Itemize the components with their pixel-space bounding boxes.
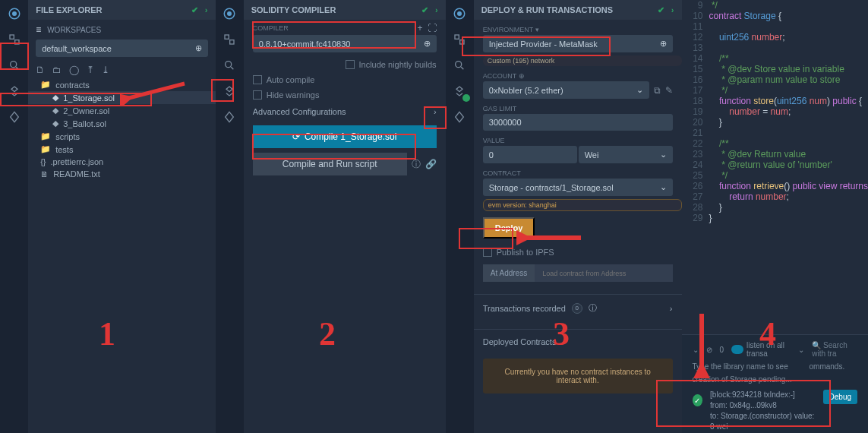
hamburger-icon[interactable]: ≡ <box>36 24 41 35</box>
code-editor-panel: 9101112131415161718192021222324252627282… <box>682 0 868 433</box>
hidewarnings-checkbox[interactable] <box>253 90 262 100</box>
github-icon[interactable]: ◯ <box>69 65 79 75</box>
search-icon[interactable]: 🔍 <box>812 341 821 349</box>
svg-point-16 <box>456 62 462 68</box>
advanced-config-row[interactable]: Advanced Configurations› <box>244 103 446 121</box>
file-tree: 📁contracts ◆1_Storage.sol ◆2_Owner.sol ◆… <box>28 78 215 180</box>
workspace-select[interactable]: default_workspace⊕ <box>36 40 207 57</box>
download-icon[interactable]: ⤓ <box>102 65 109 75</box>
remix-logo-icon[interactable] <box>222 6 237 21</box>
info-icon[interactable]: ⓘ <box>412 158 421 171</box>
compiler-icon[interactable] <box>7 84 22 99</box>
evm-badge: evm version: shanghai <box>483 199 682 211</box>
nightly-checkbox[interactable] <box>346 60 355 69</box>
compile-button[interactable]: ⟳Compile 1_Storage.sol <box>253 125 437 148</box>
tree-item[interactable]: 📁tests <box>28 143 215 156</box>
expand-icon[interactable]: ⛶ <box>428 23 437 33</box>
code-area[interactable]: 9101112131415161718192021222324252627282… <box>682 0 868 334</box>
account-select[interactable]: 0xNobler (5.2 ether)⌄ <box>483 81 649 99</box>
tree-item[interactable]: 📁contracts <box>28 78 215 91</box>
file-toolbar: 🗋 🗀 ◯ ⤒ ⤓ <box>28 62 215 78</box>
svg-rect-8 <box>225 35 229 39</box>
new-file-icon[interactable]: 🗋 <box>36 65 45 75</box>
chevron-icon[interactable]: ⌄ <box>693 346 699 354</box>
tree-item[interactable]: {}.prettierrc.json <box>28 156 215 168</box>
remix-logo-icon[interactable] <box>452 6 467 21</box>
upload-icon[interactable]: ⤒ <box>87 65 94 75</box>
tree-item[interactable]: 🗎README.txt <box>28 168 215 180</box>
svg-point-10 <box>226 62 232 68</box>
compiler-icon[interactable] <box>222 84 237 99</box>
transaction-log[interactable]: [block:9234218 txIndex:-] from: 0x84g...… <box>710 390 815 433</box>
icon-sidebar-1 <box>0 0 28 433</box>
code-content[interactable]: */ contract Storage { uint256 number; /*… <box>709 0 868 334</box>
remix-logo-icon[interactable] <box>7 6 22 21</box>
autocompile-checkbox[interactable] <box>253 75 262 84</box>
at-address-button[interactable]: At Address <box>483 264 535 282</box>
terminal-panel: ⌄ ⊘ 0 listen on all transa ⌄ 🔍 Search wi… <box>682 334 868 433</box>
deploy-icon[interactable] <box>452 109 467 125</box>
panel-title: DEPLOY & RUN TRANSACTIONS <box>481 5 613 14</box>
line-gutter: 9101112131415161718192021222324252627282… <box>682 0 709 334</box>
tree-item[interactable]: ◆2_Owner.sol <box>28 104 215 117</box>
svg-rect-15 <box>460 40 464 44</box>
value-unit-select[interactable]: Wei⌄ <box>579 146 673 163</box>
search-icon[interactable] <box>452 58 467 73</box>
svg-line-17 <box>461 67 463 69</box>
environment-select[interactable]: Injected Provider - MetaMask⊕ <box>483 35 673 52</box>
folder-icon: 📁 <box>40 80 51 90</box>
new-folder-icon[interactable]: 🗀 <box>52 65 62 75</box>
compile-run-button[interactable]: Compile and Run script <box>253 153 407 175</box>
tree-item[interactable]: ◆3_Ballot.sol <box>28 117 215 130</box>
svg-line-11 <box>231 67 233 69</box>
file-explorer-icon[interactable] <box>452 32 467 47</box>
compiler-icon[interactable] <box>452 84 467 99</box>
file-explorer-icon[interactable] <box>7 32 22 47</box>
deploy-icon[interactable] <box>7 109 22 125</box>
deploy-button[interactable]: Deploy <box>483 217 535 239</box>
at-address-input[interactable] <box>535 264 672 282</box>
filter-icon[interactable]: ⌄ <box>798 346 804 354</box>
deploy-icon[interactable] <box>222 109 237 125</box>
gas-limit-input[interactable]: 3000000 <box>483 114 673 131</box>
svg-point-13 <box>457 11 462 16</box>
compiler-version-select[interactable]: 0.8.10+commit.fc410830⊕ <box>253 35 437 52</box>
listen-toggle[interactable] <box>731 345 743 354</box>
panel-status-icons: ✔ › <box>658 5 674 15</box>
folder-icon: 📁 <box>40 144 51 154</box>
edit-icon[interactable]: ✎ <box>665 85 673 96</box>
icon-sidebar-3 <box>446 0 474 433</box>
svg-line-5 <box>16 67 18 69</box>
copy-icon[interactable]: ⧉ <box>654 85 661 96</box>
panel-status-icons: ✔ › <box>421 5 438 15</box>
link-icon[interactable]: 🔗 <box>425 159 437 169</box>
compiler-label: COMPILER <box>253 24 289 32</box>
svg-rect-3 <box>14 40 18 44</box>
contract-select[interactable]: Storage - contracts/1_Storage.sol⌄ <box>483 179 673 196</box>
clear-icon[interactable]: ⊘ <box>706 346 712 354</box>
panel-title: SOLIDITY COMPILER <box>251 5 336 14</box>
panel-status-icons: ✔ › <box>191 5 208 15</box>
deployed-contracts: Deployed Contracts <box>474 330 682 354</box>
search-icon[interactable] <box>7 58 22 73</box>
value-input[interactable]: 0 <box>483 146 577 163</box>
tree-item[interactable]: 📁scripts <box>28 130 215 143</box>
file-explorer-icon[interactable] <box>222 32 237 47</box>
deploy-panel: DEPLOY & RUN TRANSACTIONS✔ › ENVIRONMENT… <box>474 0 682 433</box>
workspaces-label: WORKSPACES <box>47 26 101 34</box>
publish-ipfs-checkbox[interactable] <box>483 248 492 257</box>
success-icon: ✓ <box>693 394 703 406</box>
tree-item[interactable]: ◆1_Storage.sol <box>28 91 215 104</box>
compiler-panel: SOLIDITY COMPILER✔ › COMPILER+⛶ 0.8.10+c… <box>244 0 446 433</box>
dropdown-icon[interactable]: ▾ <box>535 26 539 33</box>
sol-icon: ◆ <box>52 93 58 103</box>
refresh-icon: ⟳ <box>292 131 300 142</box>
search-icon[interactable] <box>222 58 237 73</box>
file-explorer-panel: FILE EXPLORER✔ › ≡WORKSPACES default_wor… <box>28 0 215 433</box>
json-icon: {} <box>40 157 46 166</box>
sol-icon: ◆ <box>52 106 58 115</box>
debug-button[interactable]: Debug <box>823 390 857 404</box>
svg-rect-14 <box>455 35 459 39</box>
add-icon[interactable]: + <box>418 23 423 33</box>
transactions-recorded[interactable]: Transactions recorded0ⓘ› <box>474 295 682 321</box>
